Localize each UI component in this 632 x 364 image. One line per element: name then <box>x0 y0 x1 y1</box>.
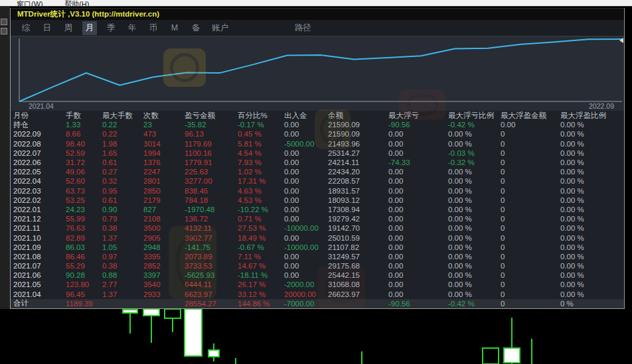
table-cell: 0.00 <box>284 271 328 279</box>
table-row[interactable]: 2021.0755.290.3828523733.5314.67 %0.0029… <box>11 261 624 271</box>
table-cell: 0.00 <box>388 271 448 279</box>
table-cell: 0.00 % <box>560 130 623 138</box>
table-cell: 0.61 <box>102 196 143 204</box>
table-cell: 0.38 <box>102 224 143 232</box>
table-cell: 3397 <box>143 271 185 279</box>
equity-line <box>19 39 622 101</box>
table-cell: 0.00 % <box>560 290 623 298</box>
table-cell: 14.67 % <box>238 262 284 270</box>
table-cell: 0 <box>501 149 560 157</box>
table-row[interactable]: 2022.0253.250.612179784.184.53 %0.001809… <box>11 196 624 205</box>
table-cell: 4132.11 <box>185 224 238 232</box>
table-cell: 0.00 <box>388 196 448 204</box>
toolbar-tab-季[interactable]: 季 <box>104 21 118 35</box>
table-total-row[interactable]: 合计1189.3928554.27144.86 %-7000.00-90.56-… <box>11 299 624 308</box>
table-cell: 31249.57 <box>328 253 388 261</box>
toolbar-tab-备[interactable]: 备 <box>189 21 203 35</box>
toolbar-tab-账户[interactable]: 账户 <box>210 21 230 35</box>
table-cell: 0.00 <box>388 149 448 157</box>
table-cell: 52.60 <box>66 177 102 185</box>
table-cell: 0.00 % <box>448 196 501 204</box>
table-cell: -2000.00 <box>284 280 328 288</box>
table-cell: 2801 <box>143 177 185 185</box>
table-cell: 7.11 % <box>238 253 284 261</box>
stats-toolbar-items: 综日周月季年币M备账户 <box>19 21 237 35</box>
table-cell: -5000.00 <box>284 140 328 148</box>
table-cell: 25442.15 <box>328 271 388 279</box>
table-row[interactable]: 2021.0986.031.052948-141.75-0.67 %-10000… <box>11 243 624 252</box>
table-cell: 0.00 % <box>448 253 501 261</box>
table-row[interactable]: 2021.05123.802.7735406444.1126.17 %-2000… <box>11 280 624 289</box>
table-cell: 0.00 <box>284 187 328 195</box>
menu-item-window[interactable]: 窗口(W) <box>17 0 43 7</box>
candle-body <box>123 310 137 313</box>
table-row[interactable]: 2021.1255.990.792108136.720.71 %0.001927… <box>11 214 624 223</box>
table-row[interactable]: 2021.1176.630.3835004132.1127.53 %-10000… <box>11 223 624 233</box>
candle-body <box>185 309 202 356</box>
table-cell: -0.32 % <box>448 158 501 166</box>
toolbar-tab-日[interactable]: 日 <box>40 21 54 35</box>
table-cell: 0.95 <box>102 187 143 195</box>
table-row[interactable]: 持仓1.330.2223-35.82-0.17 %0.0021590.09-90… <box>11 120 624 129</box>
table-cell: 2021.08 <box>13 253 66 261</box>
table-cell: 0.00 % <box>448 206 501 213</box>
table-cell: 0.00 % <box>560 206 623 213</box>
table-cell: 55.99 <box>66 215 102 223</box>
table-cell: 0 <box>501 196 560 204</box>
table-cell: 0.00 % <box>560 168 623 176</box>
table-row[interactable]: 2022.0631.720.6113761779.917.93 %0.00242… <box>11 158 624 167</box>
chart-icon[interactable] <box>1 28 7 34</box>
table-cell: 7.93 % <box>238 158 284 166</box>
table-cell: 2.77 <box>102 280 143 288</box>
table-row[interactable]: 2021.1082.891.3729053902.7718.49 %0.0025… <box>11 233 624 242</box>
table-cell: 2022.01 <box>13 206 66 213</box>
table-row[interactable]: 2022.0752.591.6519941100.164.54 %0.00253… <box>11 149 624 158</box>
toolbar-tab-年[interactable]: 年 <box>125 21 139 35</box>
table-cell: 0.00 % <box>448 187 501 195</box>
table-row[interactable]: 2022.0452.600.3228013277.0017.31 %0.0022… <box>11 176 624 186</box>
table-cell: 27.53 % <box>238 224 284 232</box>
stats-window-titlebar[interactable]: MTDriver统计 ,V3.10 (http://mtdriver.cn) <box>11 9 624 20</box>
table-cell: 0.00 <box>388 224 448 232</box>
table-cell: 2021.10 <box>13 234 66 242</box>
table-cell: 4.53 % <box>238 196 284 204</box>
toolbar-tab-周[interactable]: 周 <box>61 21 76 35</box>
table-cell: 2021.04 <box>13 290 66 298</box>
toolbar-tab-月[interactable]: 月 <box>82 21 97 35</box>
table-cell: 0.00 <box>388 243 448 251</box>
table-cell: 86.46 <box>66 253 102 261</box>
toolbar-tab-币[interactable]: 币 <box>146 21 161 35</box>
table-cell: 2022.09 <box>13 130 66 138</box>
column-header: 最大浮亏 <box>388 111 448 121</box>
table-row[interactable]: 2022.0898.401.9830141179.695.81 %-5000.0… <box>11 139 624 149</box>
table-cell: 473 <box>143 130 185 138</box>
table-row[interactable]: 2022.0124.230.90827-1970.48-10.22 %0.001… <box>11 205 624 214</box>
table-cell: 0.00 % <box>560 140 623 148</box>
table-cell: 19279.42 <box>328 215 388 223</box>
table-cell: 23 <box>143 121 185 129</box>
table-row[interactable]: 2022.098.660.2247396.130.45 %0.0021590.0… <box>11 129 624 139</box>
column-header: 余额 <box>328 111 388 121</box>
table-cell: 0.00 <box>284 253 328 261</box>
panel-icon[interactable] <box>1 19 7 25</box>
table-cell: 0.00 % <box>560 121 623 129</box>
table-cell: 21590.09 <box>328 121 388 129</box>
table-row[interactable]: 2021.0690.280.883397-5625.93-18.11 %0.00… <box>11 271 624 280</box>
table-cell: 0 <box>501 290 560 298</box>
menu-item-help[interactable]: 帮助(H) <box>64 0 89 7</box>
table-cell: 2933 <box>143 290 185 298</box>
table-cell: 0.00 <box>388 187 448 195</box>
table-cell: 0.00 % <box>448 271 501 279</box>
table-row[interactable]: 2021.0886.460.9733952073.897.11 %0.00312… <box>11 252 624 261</box>
toolbar-tab-M[interactable]: M <box>167 22 182 34</box>
x-axis-start-label: 2021.04 <box>29 102 54 110</box>
table-cell: 0.00 % <box>448 130 501 138</box>
toolbar-tab-综[interactable]: 综 <box>19 21 33 35</box>
column-header: 盈亏金额 <box>185 111 238 121</box>
table-cell: 33.12 % <box>238 290 284 298</box>
table-row[interactable]: 2021.0496.451.3729336623.9733.12 %20000.… <box>11 290 624 299</box>
table-cell: 18093.12 <box>328 196 388 204</box>
table-row[interactable]: 2022.0363.730.952850838.454.63 %0.001893… <box>11 186 624 196</box>
table-cell: 1779.91 <box>185 158 238 166</box>
table-row[interactable]: 2022.0549.060.272247225.631.02 %0.002243… <box>11 167 624 176</box>
